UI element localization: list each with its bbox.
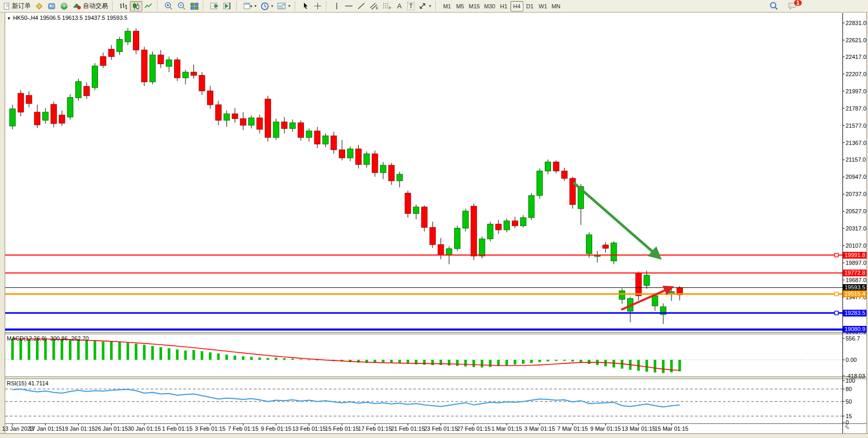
vertical-line-button[interactable] [331, 1, 343, 11]
toolbar-separator [203, 2, 206, 11]
timeframe-m30[interactable]: M30 [482, 1, 497, 11]
search-icon [769, 2, 778, 10]
candles-chart-button[interactable] [130, 1, 142, 11]
line-chart-button[interactable] [142, 1, 155, 11]
autotrade-button[interactable]: 自动交易 [70, 1, 110, 11]
vertical-line-icon [333, 2, 340, 10]
label-tool-icon: T [407, 2, 414, 10]
macd-indicator-label: MACD(12,26,9) -300.86 -262.70 [7, 335, 89, 342]
trendline-button[interactable] [355, 1, 368, 11]
text-tool-icon: A [397, 2, 402, 10]
toolbar-separator [157, 2, 160, 11]
templates-button[interactable]: ▾ [275, 1, 292, 11]
templates-icon [277, 2, 286, 10]
toolbar-separator [326, 2, 329, 11]
cursor-icon [302, 2, 310, 10]
timeframe-m15[interactable]: M15 [467, 1, 482, 11]
new-chart-button[interactable]: ▾ [241, 1, 259, 11]
new-order-icon [3, 3, 10, 10]
main-chart-pane[interactable] [5, 13, 866, 332]
new-chart-icon [243, 2, 252, 10]
time-axis[interactable] [5, 424, 866, 433]
macd-pane[interactable] [5, 334, 866, 376]
channel-icon: E [370, 2, 378, 10]
fibonacci-icon: F [383, 2, 392, 10]
toolbar-separator [435, 2, 438, 11]
timeframe-d1[interactable]: D1 [523, 1, 536, 11]
mt4-window: 新订单 自动交易 [0, 0, 868, 438]
bars-chart-icon [119, 2, 128, 10]
search-button[interactable] [767, 1, 780, 11]
timeframe-m5[interactable]: M5 [454, 1, 467, 11]
axis-separator [5, 423, 866, 424]
arrows-tool-icon [419, 2, 427, 10]
signals-button[interactable] [58, 1, 70, 11]
signal-icon [60, 2, 68, 10]
rsi-indicator-label: RSI(15) 41.7114 [7, 380, 48, 386]
svg-text:E: E [376, 6, 378, 10]
crosshair-icon [314, 2, 322, 10]
pane-splitter[interactable] [5, 332, 866, 334]
timeframe-w1[interactable]: W1 [536, 1, 549, 11]
dropdown-caret-icon: ▾ [271, 4, 273, 8]
profile-button[interactable] [45, 1, 58, 11]
dropdown-caret-icon: ▾ [429, 4, 431, 8]
axis-pencil-icon[interactable]: ✎ [845, 424, 850, 431]
periods-button[interactable]: ▾ [259, 1, 275, 11]
rsi-pane[interactable] [5, 379, 866, 423]
gold-diamond-icon [35, 2, 43, 10]
line-chart-icon [144, 2, 153, 10]
horizontal-line-button[interactable] [343, 1, 355, 11]
timeframe-h4[interactable]: H4 [510, 1, 523, 11]
clock-icon [261, 2, 269, 10]
fibonacci-button[interactable]: F [381, 1, 394, 11]
text-button[interactable]: A [394, 1, 405, 11]
pane-splitter[interactable] [5, 376, 866, 379]
zoom-out-icon [177, 2, 186, 10]
svg-text:F: F [389, 6, 391, 10]
toolbar-separator [295, 2, 298, 11]
tile-windows-icon [190, 2, 199, 10]
timeframe-m1[interactable]: M1 [441, 1, 454, 11]
chart-shift-icon [223, 2, 232, 10]
toolbar-separator [236, 2, 239, 11]
bars-chart-button[interactable] [117, 1, 130, 11]
main-toolbar: 新订单 自动交易 [0, 0, 868, 13]
new-order-label: 新订单 [12, 2, 31, 10]
zoom-in-icon [164, 2, 173, 10]
new-order-button[interactable]: 新订单 [1, 1, 33, 11]
window-frame-bottom [0, 433, 868, 438]
chart-ohlc-title: ▼HK50-,H4 19506.5 19613.5 19437.5 19593.… [7, 15, 128, 21]
ohlc-readout: HK50-,H4 19506.5 19613.5 19437.5 19593.5 [13, 15, 128, 21]
chart-shift-button[interactable] [221, 1, 234, 11]
horizontal-line-icon [345, 2, 353, 10]
quotes-button[interactable] [33, 1, 45, 11]
zoom-out-button[interactable] [175, 1, 188, 11]
candles-chart-icon [132, 2, 140, 10]
chart-dropdown-icon[interactable]: ▼ [7, 16, 11, 21]
crosshair-button[interactable] [312, 1, 324, 11]
dropdown-caret-icon: ▾ [254, 4, 256, 8]
cursor-button[interactable] [300, 1, 312, 11]
dropdown-caret-icon: ▾ [288, 4, 290, 8]
auto-scroll-button[interactable] [208, 1, 221, 11]
notification-badge: 1 [793, 0, 802, 6]
window-frame-left [0, 13, 5, 438]
tile-windows-button[interactable] [188, 1, 201, 11]
arrows-button[interactable]: ▾ [417, 1, 433, 11]
timeframe-mn[interactable]: MN [549, 1, 563, 11]
zoom-in-button[interactable] [162, 1, 175, 11]
notifications-button[interactable]: 1 [786, 1, 799, 11]
toolbar-separator [112, 2, 115, 11]
timeframe-h1[interactable]: H1 [497, 1, 510, 11]
channel-button[interactable]: E [368, 1, 381, 11]
autotrade-icon [72, 2, 81, 10]
auto-scroll-icon [210, 2, 219, 10]
profile-icon [47, 2, 56, 10]
autotrade-label: 自动交易 [83, 2, 108, 10]
trendline-icon [357, 2, 365, 10]
label-button[interactable]: T [405, 1, 417, 11]
